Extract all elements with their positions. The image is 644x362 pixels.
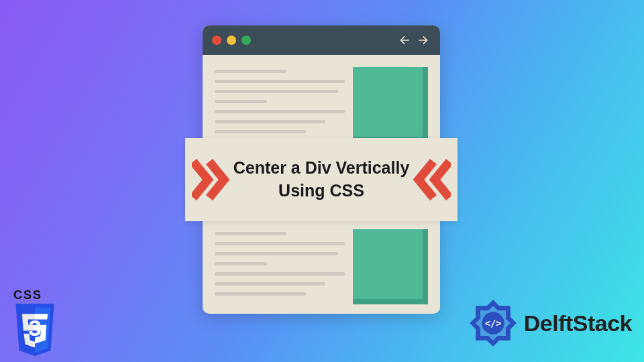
chevron-left-icon: [411, 158, 451, 202]
css3-badge: CSS 3: [9, 288, 64, 353]
css3-label: CSS: [9, 288, 64, 302]
text-line: [215, 262, 267, 265]
text-lines: [215, 67, 345, 142]
headline-text: Center a Div Vertically Using CSS: [232, 157, 411, 202]
close-dot-icon: [212, 36, 221, 45]
svg-text:</>: </>: [484, 318, 501, 328]
minimize-dot-icon: [227, 36, 236, 45]
headline-banner: Center a Div Vertically Using CSS: [185, 138, 458, 221]
text-line: [215, 242, 345, 245]
nav-arrows: [397, 34, 431, 47]
text-lines: [215, 229, 345, 304]
text-line: [215, 292, 306, 296]
window-dots: [212, 36, 251, 45]
titlebar: [203, 25, 440, 55]
text-line: [215, 252, 338, 255]
text-line: [215, 130, 306, 133]
content-block-bottom: [215, 229, 428, 304]
text-line: [215, 120, 325, 123]
text-line: [215, 70, 286, 73]
text-line: [215, 282, 325, 286]
text-line: [215, 90, 338, 93]
css3-numeral: 3: [29, 315, 42, 341]
css3-shield-icon: 3: [9, 304, 60, 356]
image-placeholder: [353, 229, 428, 304]
arrow-right-icon: [416, 34, 431, 47]
delftstack-logo-icon: </>: [468, 298, 519, 349]
text-line: [215, 232, 286, 235]
text-line: [215, 110, 345, 113]
delftstack-brand: </> DelftStack: [468, 298, 632, 349]
content-block-top: [215, 67, 428, 142]
maximize-dot-icon: [241, 36, 251, 45]
chevron-right-icon: [192, 158, 232, 202]
delftstack-brand-text: DelftStack: [524, 310, 632, 337]
text-line: [215, 80, 345, 83]
text-line: [215, 100, 267, 103]
image-placeholder: [353, 67, 428, 142]
arrow-left-icon: [397, 34, 412, 47]
text-line: [215, 272, 345, 276]
